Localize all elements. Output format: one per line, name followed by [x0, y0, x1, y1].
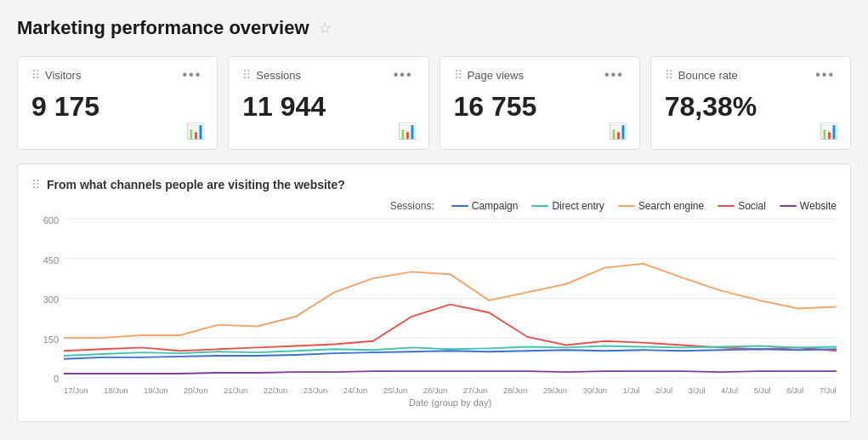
chart-legend-row: Sessions: Campaign Direct entry Search e…	[31, 200, 837, 212]
line-website	[64, 371, 837, 374]
metric-value-bouncerate: 78,38%	[665, 91, 837, 123]
x-label-30jun: 30/Jun	[583, 386, 608, 395]
legend-search: Search engine	[618, 200, 704, 212]
legend-line-direct	[531, 205, 548, 207]
legend-social: Social	[718, 200, 766, 212]
legend-label-campaign: Campaign	[472, 200, 519, 212]
chart-svg	[64, 215, 837, 381]
legend-label-direct: Direct entry	[552, 200, 604, 212]
legend-line-social	[718, 205, 735, 207]
x-label-17jun: 17/Jun	[64, 386, 88, 395]
line-social	[64, 305, 837, 351]
x-label-29jun: 29/Jun	[543, 386, 568, 395]
metrics-row: ⠿ Visitors ••• 9 175 📊 ⠿ Sessions ••• 11…	[17, 56, 851, 150]
x-label-18jun: 18/Jun	[104, 386, 128, 395]
x-label-27jun: 27/Jun	[463, 386, 488, 395]
metric-title-sessions: Sessions	[256, 69, 301, 82]
legend-direct: Direct entry	[531, 200, 604, 212]
drag-icon-pageviews: ⠿	[454, 68, 462, 82]
drag-icon-visitors: ⠿	[31, 68, 40, 82]
x-label-22jun: 22/Jun	[264, 386, 288, 395]
legend-label-social: Social	[738, 200, 766, 212]
x-label-4jul: 4/Jul	[721, 386, 738, 395]
metric-value-sessions: 11 944	[242, 91, 414, 123]
metric-menu-button-sessions[interactable]: •••	[392, 67, 415, 83]
x-label-1jul: 1/Jul	[623, 386, 640, 395]
y-label-150: 150	[31, 334, 64, 345]
metric-chart-icon-visitors: 📊	[186, 122, 205, 140]
x-label-25jun: 25/Jun	[383, 386, 408, 395]
x-axis-title: Date (group by day)	[64, 397, 837, 408]
x-label-26jun: 26/Jun	[423, 386, 448, 395]
legend-label-search: Search engine	[638, 200, 704, 212]
x-label-21jun: 21/Jun	[224, 386, 248, 395]
metric-menu-button-pageviews[interactable]: •••	[603, 67, 626, 83]
x-label-3jul: 3/Jul	[689, 386, 706, 395]
sessions-label: Sessions:	[390, 200, 434, 212]
y-label-300: 300	[31, 294, 64, 305]
metric-chart-icon-sessions: 📊	[398, 122, 417, 140]
x-label-5jul: 5/Jul	[754, 386, 771, 395]
x-label-28jun: 28/Jun	[503, 386, 528, 395]
chart-section: ⠿ From what channels people are visiting…	[17, 163, 851, 422]
metric-menu-button-visitors[interactable]: •••	[180, 67, 203, 83]
y-label-600: 600	[31, 215, 64, 226]
page-title: Marketing performance overview	[17, 17, 309, 39]
x-label-19jun: 19/Jun	[144, 386, 168, 395]
metric-chart-icon-bouncerate: 📊	[820, 122, 838, 140]
metric-value-pageviews: 16 755	[454, 91, 626, 123]
chart-title: From what channels people are visiting t…	[47, 178, 345, 191]
metric-title-pageviews: Page views	[468, 69, 524, 82]
legend-line-search	[618, 205, 635, 207]
metric-menu-button-bouncerate[interactable]: •••	[814, 67, 837, 83]
x-label-24jun: 24/Jun	[343, 386, 368, 395]
drag-icon-chart: ⠿	[31, 178, 40, 191]
y-label-450: 450	[31, 255, 64, 266]
drag-icon-sessions: ⠿	[242, 68, 251, 82]
metric-chart-icon-pageviews: 📊	[609, 122, 627, 140]
line-search-engine	[64, 264, 837, 338]
legend-campaign: Campaign	[451, 200, 519, 212]
x-label-23jun: 23/Jun	[304, 386, 328, 395]
metric-title-visitors: Visitors	[45, 69, 81, 82]
metric-card-visitors: ⠿ Visitors ••• 9 175 📊	[17, 56, 218, 150]
metric-card-pageviews: ⠿ Page views ••• 16 755 📊	[440, 56, 640, 150]
metric-title-bouncerate: Bounce rate	[678, 69, 738, 82]
metric-value-visitors: 9 175	[31, 91, 203, 123]
legend-line-website	[780, 205, 797, 207]
x-label-20jun: 20/Jun	[184, 386, 208, 395]
y-label-0: 0	[31, 374, 64, 384]
metric-card-bouncerate: ⠿ Bounce rate ••• 78,38% 📊	[650, 56, 851, 150]
metric-card-sessions: ⠿ Sessions ••• 11 944 📊	[228, 56, 428, 150]
legend-website: Website	[780, 200, 837, 212]
x-label-2jul: 2/Jul	[655, 386, 672, 395]
x-label-6jul: 6/Jul	[786, 386, 803, 395]
legend-label-website: Website	[800, 200, 837, 212]
x-axis-labels: 17/Jun 18/Jun 19/Jun 20/Jun 21/Jun 22/Ju…	[64, 386, 837, 395]
favorite-star-icon[interactable]: ☆	[318, 19, 332, 37]
drag-icon-bouncerate: ⠿	[665, 68, 673, 82]
legend-line-campaign	[451, 205, 468, 207]
x-label-7jul: 7/Jul	[820, 386, 837, 395]
